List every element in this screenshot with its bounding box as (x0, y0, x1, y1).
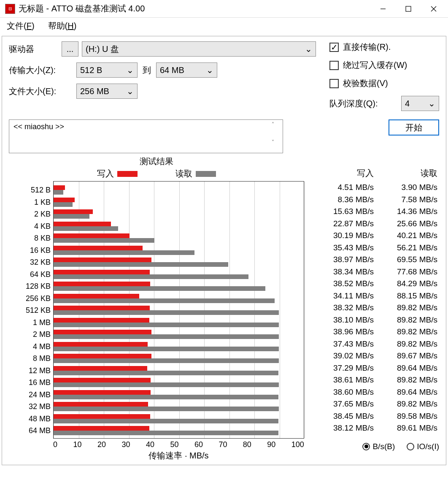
y-tick-label: 256 KB (8, 294, 51, 303)
y-tick-label: 4 KB (8, 222, 51, 231)
browse-button[interactable]: ... (62, 41, 78, 57)
y-tick-label: 24 MB (8, 390, 51, 399)
write-bar (54, 258, 151, 262)
file-size-select[interactable]: 256 MB⌄ (76, 84, 138, 99)
table-header-read: 读取 (375, 168, 439, 179)
read-bar (54, 358, 279, 363)
chevron-down-icon: ⌄ (127, 65, 134, 75)
start-button[interactable]: 开始 (389, 119, 439, 136)
read-bar (54, 310, 279, 315)
write-bar (54, 246, 143, 250)
write-bar (54, 185, 65, 190)
y-tick-label: 8 MB (8, 354, 51, 363)
y-tick-label: 12 MB (8, 366, 51, 375)
table-row: 38.10 MB/s89.82 MB/s (312, 314, 439, 326)
menu-file[interactable]: 文件(F) (7, 20, 35, 32)
x-tick-label: 70 (219, 440, 227, 449)
y-tick-label: 1 MB (8, 318, 51, 327)
transfer-to-select[interactable]: 64 MB⌄ (156, 62, 217, 78)
table-row: 38.96 MB/s89.82 MB/s (312, 326, 439, 338)
y-tick-label: 64 MB (8, 426, 51, 435)
minimize-button[interactable] (370, 0, 396, 17)
chart-title: 测试结果 (9, 156, 304, 167)
x-tick-label: 10 (73, 440, 81, 449)
table-row: 38.97 MB/s69.55 MB/s (312, 254, 439, 266)
write-bar (54, 426, 149, 431)
chevron-down-icon: ⌄ (305, 44, 312, 54)
queue-depth-label: 队列深度(Q): (329, 98, 378, 109)
read-bar (54, 431, 278, 435)
y-tick-label: 512 B (8, 186, 51, 195)
y-tick-label: 512 KB (8, 306, 51, 315)
write-bar (54, 209, 93, 214)
chevron-down-icon[interactable]: ˅ (272, 139, 281, 145)
table-row: 38.12 MB/s89.61 MB/s (312, 422, 439, 434)
legend-write: 写入 (97, 168, 138, 179)
table-row: 22.87 MB/s25.66 MB/s (312, 218, 439, 230)
unit-bytes-radio[interactable]: B/s(B) (362, 442, 395, 451)
read-bar (54, 262, 228, 267)
table-row: 39.02 MB/s89.67 MB/s (312, 350, 439, 362)
read-bar (54, 274, 248, 279)
write-bar (54, 233, 130, 238)
menu-help[interactable]: 帮助(H) (48, 20, 77, 32)
write-bar (54, 342, 148, 347)
table-row: 38.34 MB/s77.68 MB/s (312, 266, 439, 278)
table-row: 15.63 MB/s14.36 MB/s (312, 206, 439, 218)
y-tick-label: 2 KB (8, 210, 51, 219)
y-tick-label: 16 KB (8, 246, 51, 255)
chevron-down-icon: ⌄ (127, 86, 134, 96)
verify-data-checkbox[interactable]: 校验数据(V) (329, 78, 439, 89)
y-tick-label: 48 MB (8, 415, 51, 423)
x-tick-label: 60 (194, 440, 203, 449)
write-bar (54, 222, 111, 226)
description-input[interactable]: << miaoshu >> ˄˅ (9, 119, 283, 153)
read-bar (54, 334, 279, 339)
x-tick-label: 30 (121, 440, 130, 449)
write-bar (54, 306, 150, 310)
svg-rect-1 (406, 6, 411, 11)
write-bar (54, 354, 151, 358)
close-button[interactable] (421, 0, 446, 17)
table-row: 38.52 MB/s84.29 MB/s (312, 278, 439, 290)
table-row: 37.65 MB/s89.82 MB/s (312, 398, 439, 410)
y-tick-label: 32 KB (8, 258, 51, 267)
maximize-button[interactable] (396, 0, 421, 17)
bypass-cache-checkbox[interactable]: 绕过写入缓存(W) (329, 60, 439, 71)
table-row: 8.36 MB/s7.58 MB/s (312, 194, 439, 206)
transfer-from-select[interactable]: 512 B⌄ (76, 62, 138, 78)
chevron-up-icon[interactable]: ˄ (272, 122, 281, 127)
write-bar (54, 198, 75, 202)
table-row: 34.11 MB/s88.15 MB/s (312, 290, 439, 302)
table-row: 30.19 MB/s40.21 MB/s (312, 230, 439, 242)
drive-select[interactable]: (H:) U 盘 ⌄ (82, 41, 316, 57)
table-row: 4.51 MB/s3.90 MB/s (312, 182, 439, 194)
write-bar (54, 318, 149, 323)
direct-io-checkbox[interactable]: ✓直接传输(R). (329, 41, 439, 53)
transfer-size-label: 传输大小(Z): (9, 65, 76, 76)
write-bar (54, 390, 151, 395)
chevron-down-icon: ⌄ (206, 65, 213, 75)
write-bar (54, 282, 150, 286)
read-bar (54, 419, 278, 423)
table-header-write: 写入 (312, 168, 375, 179)
write-bar (54, 330, 151, 334)
drive-label: 驱动器 (9, 43, 62, 55)
read-bar (54, 298, 275, 303)
table-row: 38.45 MB/s89.58 MB/s (312, 410, 439, 423)
y-tick-label: 64 KB (8, 270, 51, 279)
legend-read: 读取 (175, 168, 216, 179)
unit-io-radio[interactable]: IO/s(I) (407, 442, 439, 451)
read-bar (54, 190, 63, 195)
read-bar (54, 371, 278, 375)
y-tick-label: 32 MB (8, 402, 51, 411)
queue-depth-select[interactable]: 4⌄ (401, 96, 439, 111)
write-bar (54, 414, 150, 419)
table-row: 37.29 MB/s89.64 MB/s (312, 362, 439, 374)
x-tick-label: 0 (53, 440, 57, 449)
x-tick-label: 40 (146, 440, 154, 449)
y-tick-label: 16 MB (8, 378, 51, 387)
write-bar (54, 294, 139, 298)
y-tick-label: 2 MB (8, 330, 51, 339)
read-bar (54, 250, 194, 255)
